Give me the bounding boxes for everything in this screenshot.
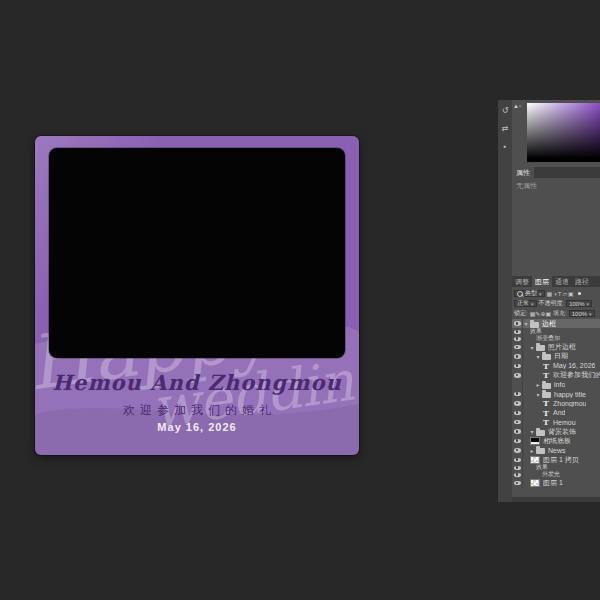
layer-row-15[interactable]: 图层 1 拷贝 bbox=[512, 455, 600, 464]
tab-调整[interactable]: 调整 bbox=[512, 276, 532, 287]
lock-row: 锁定: ▦✎⊕▣ 填充: 100% ▾ bbox=[512, 309, 600, 318]
visibility-toggle[interactable] bbox=[512, 455, 523, 464]
layer-row-5[interactable]: TMay 16, 2026 bbox=[512, 361, 600, 370]
visibility-toggle[interactable] bbox=[512, 371, 523, 380]
layer-name: 边框 bbox=[541, 319, 556, 329]
eye-icon bbox=[514, 354, 521, 359]
visibility-toggle[interactable] bbox=[512, 319, 523, 328]
smart-filter-icon[interactable]: ▣ bbox=[568, 291, 574, 297]
visibility-toggle[interactable] bbox=[512, 389, 523, 398]
folder-icon bbox=[530, 322, 539, 328]
eye-icon bbox=[514, 420, 521, 425]
layer-row-11[interactable]: THemou bbox=[512, 418, 600, 427]
layer-row-13[interactable]: 相纸底板 bbox=[512, 436, 600, 445]
lock-icons: ▦✎⊕▣ bbox=[530, 310, 551, 318]
filter-toggle-icon[interactable] bbox=[578, 292, 581, 295]
swap-panel-icon[interactable]: ⇄ bbox=[502, 125, 509, 133]
visibility-toggle[interactable] bbox=[512, 380, 523, 389]
blend-mode-dropdown[interactable]: 正常 ▾ bbox=[514, 300, 537, 307]
layer-row-8[interactable]: ▾happy title bbox=[512, 389, 600, 398]
couple-names-title: Hemou And Zhongmou bbox=[35, 370, 359, 395]
photo-placeholder bbox=[49, 148, 345, 358]
eye-icon bbox=[514, 481, 521, 486]
folder-icon bbox=[536, 345, 545, 351]
layer-row-3[interactable]: ▾照片边框 bbox=[512, 342, 600, 351]
visibility-toggle[interactable] bbox=[512, 361, 523, 370]
eye-icon bbox=[514, 392, 521, 397]
eye-icon bbox=[514, 373, 521, 378]
chevron-right-icon[interactable]: ▸ bbox=[529, 447, 535, 454]
shape-filter-icon[interactable]: ▱ bbox=[562, 291, 567, 297]
layer-row-0[interactable]: ▾边框 bbox=[512, 319, 600, 328]
panel-column: ▲▫ 属性 无属性 调整图层通道路径 类型 ▾ ▦◑T▱▣ 正常 ▾ 不透明度:… bbox=[512, 100, 600, 502]
dot-panel-icon[interactable]: ▪ bbox=[504, 143, 507, 151]
visibility-toggle[interactable] bbox=[512, 427, 523, 436]
chevron-down-icon[interactable]: ▾ bbox=[529, 428, 535, 435]
tab-properties[interactable]: 属性 bbox=[512, 167, 534, 178]
eye-icon bbox=[514, 429, 521, 434]
filter-type-dropdown[interactable]: 类型 ▾ bbox=[514, 290, 545, 297]
layer-row-4[interactable]: ▾日期 bbox=[512, 352, 600, 361]
lock-artboard-icon[interactable]: ▣ bbox=[545, 311, 551, 317]
visibility-toggle[interactable] bbox=[512, 446, 523, 455]
eye-icon bbox=[514, 411, 521, 416]
fill-label: 填充: bbox=[553, 309, 567, 318]
right-panel-dock: ↺⇄▪ ▲▫ 属性 无属性 调整图层通道路径 类型 ▾ ▦◑T▱▣ 正常 ▾ 不… bbox=[498, 100, 600, 502]
eye-icon bbox=[514, 364, 521, 369]
tab-图层[interactable]: 图层 bbox=[532, 276, 552, 287]
layer-row-10[interactable]: TAnd bbox=[512, 408, 600, 417]
layer-row-12[interactable]: ▾背景装饰 bbox=[512, 427, 600, 436]
visibility-toggle[interactable] bbox=[512, 335, 523, 342]
search-icon bbox=[517, 291, 523, 297]
properties-empty-text: 无属性 bbox=[516, 181, 537, 191]
layer-row-14[interactable]: ▸News bbox=[512, 446, 600, 455]
history-panel-icon[interactable]: ↺ bbox=[502, 107, 509, 115]
visibility-toggle[interactable] bbox=[512, 328, 523, 335]
tab-通道[interactable]: 通道 bbox=[552, 276, 572, 287]
color-picker-gradient[interactable] bbox=[527, 103, 600, 162]
visibility-toggle[interactable] bbox=[512, 352, 523, 361]
visibility-toggle[interactable] bbox=[512, 471, 523, 478]
adjustment-filter-icon[interactable]: ◑ bbox=[553, 291, 557, 297]
fill-field[interactable]: 100% ▾ bbox=[569, 310, 595, 317]
eye-icon bbox=[514, 473, 521, 478]
opacity-value: 100% bbox=[569, 301, 584, 307]
eye-icon bbox=[514, 401, 521, 406]
visibility-toggle[interactable] bbox=[512, 464, 523, 471]
chevron-down-icon[interactable]: ▾ bbox=[523, 320, 529, 327]
wedding-card-document[interactable]: Happy wedding Hemou And Zhongmou 欢迎参加我们的… bbox=[35, 136, 359, 455]
layer-name: News bbox=[547, 447, 566, 454]
blend-row: 正常 ▾ 不透明度: 100% ▾ bbox=[512, 299, 600, 308]
visibility-toggle[interactable] bbox=[512, 408, 523, 417]
layer-thumbnail bbox=[530, 479, 540, 487]
layer-row-9[interactable]: TZhongmou bbox=[512, 399, 600, 408]
wedding-date: May 16, 2026 bbox=[35, 421, 359, 433]
visibility-toggle[interactable] bbox=[512, 478, 523, 487]
chevron-down-icon[interactable]: ▾ bbox=[529, 344, 535, 351]
layers-list: ▾边框效果渐变叠加▾照片边框▾日期TMay 16, 2026T欢迎参加我们的婚礼… bbox=[512, 319, 600, 497]
layer-row-7[interactable]: ▸info bbox=[512, 380, 600, 389]
chevron-down-icon[interactable]: ▾ bbox=[535, 391, 541, 398]
layer-row-6[interactable]: T欢迎参加我们的婚礼 bbox=[512, 371, 600, 380]
chevron-right-icon[interactable]: ▸ bbox=[535, 381, 541, 388]
layer-row-18[interactable]: 图层 1 bbox=[512, 478, 600, 487]
pixel-filter-icon[interactable]: ▦ bbox=[547, 291, 553, 297]
layers-tabbar: 调整图层通道路径 bbox=[512, 276, 600, 287]
invitation-subtitle: 欢迎参加我们的婚礼 bbox=[35, 402, 359, 419]
eye-icon bbox=[514, 321, 521, 326]
chevron-down-icon: ▾ bbox=[587, 301, 590, 307]
chevron-down-icon[interactable]: ▾ bbox=[535, 353, 541, 360]
layer-name: info bbox=[553, 381, 565, 388]
eye-icon bbox=[514, 466, 521, 471]
visibility-toggle[interactable] bbox=[512, 418, 523, 427]
folder-icon bbox=[542, 354, 551, 360]
type-filter-icon[interactable]: T bbox=[558, 291, 562, 297]
eye-icon bbox=[514, 337, 521, 342]
visibility-toggle[interactable] bbox=[512, 399, 523, 408]
layer-name: 相纸底板 bbox=[542, 436, 571, 446]
blend-mode-value: 正常 bbox=[517, 299, 529, 308]
visibility-toggle[interactable] bbox=[512, 342, 523, 351]
tab-路径[interactable]: 路径 bbox=[572, 276, 592, 287]
visibility-toggle[interactable] bbox=[512, 436, 523, 445]
opacity-field[interactable]: 100% ▾ bbox=[566, 300, 592, 307]
